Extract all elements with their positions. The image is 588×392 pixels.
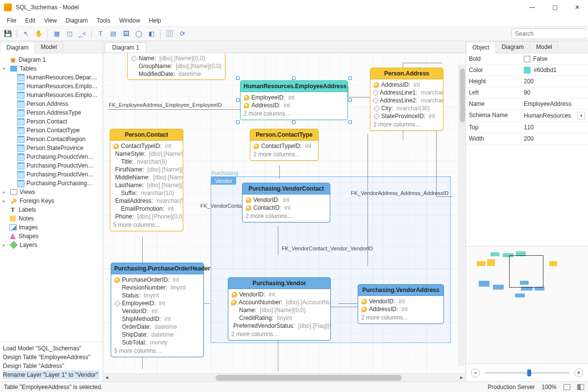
close-button[interactable]: ✕	[570, 4, 584, 11]
entity-person-address[interactable]: Person.Address AddressID:intAddressLine1…	[370, 68, 443, 131]
column-row: ContactTypeID:int	[110, 142, 183, 150]
menu-edit[interactable]: Edit	[21, 16, 39, 25]
menu-help[interactable]: Help	[145, 16, 165, 25]
entity-person-contacttype[interactable]: Person.ContactType ContactTypeID:int2 mo…	[250, 129, 318, 161]
table-icon	[17, 171, 24, 178]
history-item[interactable]: Rename Layer "Layer 1" to "Vendor"	[3, 370, 99, 379]
tree-table-item[interactable]: Purchasing.ProudctVen…	[0, 161, 102, 170]
more-columns[interactable]: 5 more columns…	[111, 346, 203, 355]
checkbox-icon[interactable]	[524, 56, 530, 62]
more-columns[interactable]: 2 more columns…	[358, 313, 443, 322]
entity-employee-address[interactable]: HumanResources.EmployeeAddress EmployeeI…	[240, 80, 348, 120]
search-box[interactable]: ⌕	[512, 28, 585, 39]
entity-department[interactable]: Name:[dbo].[Name](0,0)GroupName:[dbo].[N…	[127, 53, 225, 80]
tab-diagram[interactable]: Diagram	[0, 42, 35, 53]
column-row: ModifiedDate:datetime	[128, 70, 225, 78]
pointer-icon[interactable]: ↖	[21, 29, 31, 39]
table-icon	[17, 162, 24, 169]
tree-table-item[interactable]: Purchasing.Purchasing…	[0, 179, 102, 188]
menu-tools[interactable]: Tools	[93, 16, 114, 25]
collapse-icon[interactable]: ▾	[3, 66, 9, 71]
tab-diagram-right[interactable]: Diagram	[495, 41, 530, 53]
entity-vendor-contact[interactable]: Purchasing.VendorContact VendorID:intCon…	[242, 183, 330, 222]
layout-toggle-icon[interactable]	[564, 384, 570, 390]
entity-purchase-order-header[interactable]: Purchasing.PurchaseOrderHeader PurchaseO…	[111, 263, 204, 357]
scroll-left-icon[interactable]: ◂	[103, 374, 111, 382]
zoom-slider[interactable]	[485, 372, 569, 374]
image-tool-icon[interactable]: 🖼	[121, 29, 131, 39]
table-tool-icon[interactable]: ▦	[52, 29, 62, 39]
labels-icon: T	[9, 206, 17, 213]
tree-table-item[interactable]: Person.Address	[0, 99, 102, 108]
shape-tool-icon[interactable]: ◯	[134, 29, 144, 39]
hand-icon[interactable]: ✋	[34, 29, 44, 39]
more-columns[interactable]: 2 more columns…	[243, 212, 330, 220]
horizontal-scrollbar[interactable]: ◂ ▸	[103, 373, 466, 381]
tree-table-item[interactable]: HumanResources.Depar…	[0, 73, 102, 82]
tree-table-item[interactable]: Purchasing.ProudctVen…	[0, 170, 102, 179]
refresh-icon[interactable]: ⟳	[177, 29, 187, 39]
tab-model[interactable]: Model	[34, 41, 63, 53]
tree-table-item[interactable]: HumanResources.Emplo…	[0, 82, 102, 91]
entity-person-contact[interactable]: Person.Contact ContactTypeID:intNameStyl…	[110, 129, 183, 231]
layer-tool-icon[interactable]: ◧	[147, 29, 156, 39]
property-row[interactable]: Width200	[466, 133, 588, 145]
view-tool-icon[interactable]: ◫	[65, 29, 74, 39]
tab-object[interactable]: Object	[466, 42, 496, 53]
property-row[interactable]: Height200	[466, 76, 588, 87]
maximize-button[interactable]: ▢	[548, 4, 562, 11]
more-columns[interactable]: 2 more columns…	[241, 109, 347, 118]
expand-icon[interactable]: ▸	[3, 190, 9, 195]
tree-table-item[interactable]: Person.ContactType	[0, 126, 102, 135]
more-columns[interactable]: 2 more columns…	[370, 120, 443, 129]
minimize-button[interactable]: —	[525, 4, 539, 11]
tree-table-item[interactable]: Person.Contact	[0, 117, 102, 126]
layout-toggle-icon[interactable]	[577, 384, 584, 390]
property-row[interactable]: Color#60dbd1	[466, 65, 588, 76]
menu-file[interactable]: File	[3, 16, 20, 25]
zoom-in-button[interactable]: +	[574, 368, 583, 377]
search-input[interactable]	[515, 30, 588, 37]
color-swatch[interactable]	[524, 67, 531, 74]
more-columns[interactable]: 2 more columns…	[250, 150, 318, 159]
menu-view[interactable]: View	[40, 16, 61, 25]
scroll-right-icon[interactable]: ▸	[458, 374, 466, 382]
zoom-out-button[interactable]: −	[471, 368, 480, 377]
minimap[interactable]	[466, 246, 588, 364]
canvas-tab[interactable]: Diagram 1	[105, 42, 147, 52]
save-icon[interactable]: 💾	[3, 29, 13, 39]
table-icon	[17, 153, 24, 160]
menu-window[interactable]: Window	[115, 16, 144, 25]
history-item[interactable]: Design Table "EmployeeAddress"	[3, 353, 99, 362]
label-tool-icon[interactable]: T	[96, 29, 105, 39]
history-item[interactable]: Load Model "SQL_3schemas"	[3, 344, 99, 353]
object-tree[interactable]: ▣Diagram 1 ▾Tables HumanResources.Depar……	[0, 53, 102, 342]
property-row[interactable]: Left90	[466, 87, 588, 98]
autolayout-icon[interactable]: ⿲	[165, 29, 174, 39]
history-item[interactable]: Design Table "Address"	[3, 362, 99, 370]
tab-model-right[interactable]: Model	[530, 41, 559, 53]
tree-table-item[interactable]: Person.ContactRegion	[0, 135, 102, 144]
property-row[interactable]: Schema NameHumanResources▾	[466, 110, 588, 122]
dropdown-icon[interactable]: ▾	[577, 112, 585, 120]
property-row[interactable]: NameEmployeeAddress	[466, 98, 588, 110]
column-row: City:nvarchar(30)	[370, 104, 443, 112]
more-columns[interactable]: 5 more columns…	[110, 220, 183, 229]
more-columns[interactable]: 2 more columns…	[228, 330, 330, 339]
relation-tool-icon[interactable]: ⎯<	[77, 29, 87, 39]
key-icon	[231, 292, 237, 297]
tree-table-item[interactable]: HumanResources.Emplo…	[0, 91, 102, 99]
entity-vendor[interactable]: Purchasing.Vendor VendorID:intAccountNum…	[228, 277, 331, 341]
views-icon	[10, 189, 18, 196]
tree-table-item[interactable]: Purchasing.ProudctVen…	[0, 152, 102, 161]
vertical-scrollbar[interactable]	[459, 65, 466, 366]
menu-diagram[interactable]: Diagram	[62, 16, 92, 25]
tree-table-item[interactable]: Person.StateProvince	[0, 144, 102, 152]
entity-vendor-address[interactable]: Purchasing.VendorAddress VendorID:intAdd…	[358, 284, 444, 324]
note-tool-icon[interactable]: ▤	[108, 29, 118, 39]
column-row: Status:tinyint	[111, 292, 203, 299]
tree-table-item[interactable]: Person.AddressType	[0, 108, 102, 117]
property-row[interactable]: Top110	[466, 122, 588, 133]
property-row[interactable]: BoldFalse	[466, 53, 588, 65]
diagram-canvas[interactable]: Purchasing Vendor	[103, 53, 466, 373]
